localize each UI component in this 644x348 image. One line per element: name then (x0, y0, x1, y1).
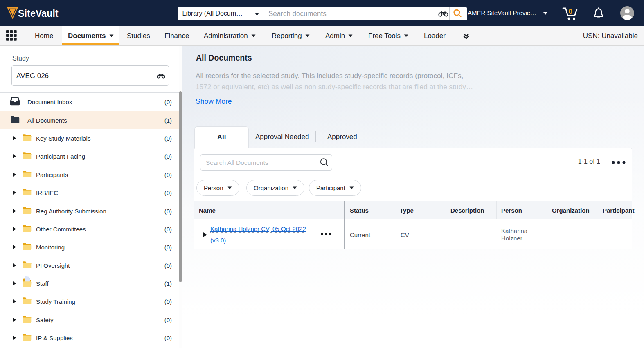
svg-text:0: 0 (569, 8, 572, 16)
